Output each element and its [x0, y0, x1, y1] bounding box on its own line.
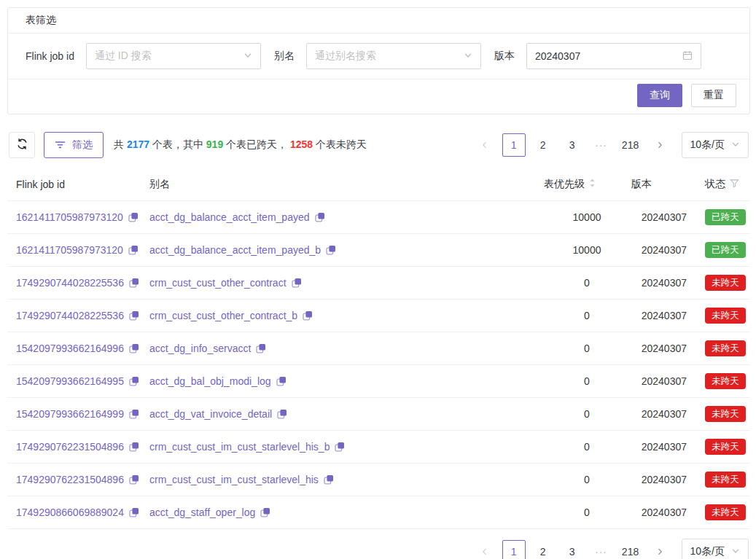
alias-link[interactable]: crm_cust_cust_other_contract — [149, 277, 302, 289]
priority-value: 0 — [543, 364, 631, 397]
alias-link[interactable]: acct_dg_staff_oper_log — [149, 507, 270, 518]
flink-job-id-value: 1542097993662164996 — [16, 343, 124, 354]
filter-card: 表筛选 Flink job id 通过 ID 搜索 别名 通过别名搜索 — [7, 7, 750, 114]
reset-button[interactable]: 重置 — [691, 84, 736, 107]
flink-job-id-link[interactable]: 1621411705987973120 — [16, 211, 139, 223]
alias-value: acct_dg_staff_oper_log — [149, 507, 255, 518]
alias-link[interactable]: crm_cust_cust_other_contract_b — [149, 310, 313, 321]
pagination-bottom: 123···21810条/页 — [473, 539, 749, 559]
flink-job-id-link[interactable]: 1542097993662164995 — [16, 375, 139, 387]
pagination-page-218[interactable]: 218 — [619, 540, 642, 559]
filter-button-label: 筛选 — [72, 138, 93, 152]
copy-icon[interactable] — [303, 310, 313, 321]
chevron-down-icon — [731, 546, 740, 558]
copy-icon[interactable] — [129, 376, 139, 386]
column-header-alias: 别名 — [149, 168, 543, 200]
pagination-page-2[interactable]: 2 — [531, 540, 555, 559]
version-value: 20240307 — [631, 299, 687, 332]
table-row: 1542097993662164999acct_dg_vat_invoice_d… — [7, 397, 750, 430]
status-badge: 未跨天 — [705, 439, 746, 455]
copy-icon[interactable] — [324, 474, 334, 485]
copy-icon[interactable] — [129, 409, 139, 419]
version-date-picker[interactable]: 20240307 — [526, 43, 701, 69]
flink-job-id-link[interactable]: 1749290866069889024 — [16, 507, 139, 518]
query-button[interactable]: 查询 — [637, 84, 682, 107]
alias-link[interactable]: acct_dg_balance_acct_item_payed — [149, 211, 325, 223]
copy-icon[interactable] — [128, 212, 139, 222]
pagination-page-3[interactable]: 3 — [561, 540, 584, 559]
copy-icon[interactable] — [335, 442, 345, 452]
copy-icon[interactable] — [315, 212, 325, 222]
copy-icon[interactable] — [129, 474, 139, 485]
flink-job-id-value: 1542097993662164995 — [16, 375, 124, 387]
status-badge: 已跨天 — [705, 209, 746, 225]
pagination-prev[interactable] — [473, 133, 496, 157]
alias-link[interactable]: acct_dg_balance_acct_item_payed_b — [149, 244, 336, 256]
copy-icon[interactable] — [129, 310, 139, 321]
alias-link[interactable]: acct_dg_info_servacct — [149, 343, 266, 354]
sort-icon[interactable] — [589, 178, 596, 190]
summary-text: 共 2177 个表，其中 919 个表已跨天， 1258 个表未跨天 — [114, 138, 367, 152]
flink-job-id-value: 1749290762231504896 — [16, 441, 124, 453]
flink-job-id-link[interactable]: 1749290744028225536 — [16, 310, 139, 321]
copy-icon[interactable] — [129, 278, 139, 288]
alias-value: acct_dg_balance_acct_item_payed — [149, 211, 310, 223]
status-badge: 已跨天 — [705, 242, 746, 258]
pagination-page-2[interactable]: 2 — [531, 133, 555, 157]
flink-job-id-value: 1749290744028225536 — [16, 277, 124, 289]
flink-job-id-value: 1621411705987973120 — [16, 211, 123, 223]
copy-icon[interactable] — [129, 507, 139, 517]
column-filter-icon[interactable] — [730, 179, 739, 190]
alias-value: crm_cust_cust_other_contract — [149, 277, 287, 289]
copy-icon[interactable] — [276, 376, 287, 386]
copy-icon[interactable] — [277, 409, 287, 419]
alias-link[interactable]: acct_dg_bal_obj_modi_log — [149, 375, 287, 387]
flink-job-id-link[interactable]: 1621411705987973120 — [16, 244, 139, 256]
copy-icon[interactable] — [129, 442, 139, 452]
flink-job-id-link[interactable]: 1542097993662164999 — [16, 408, 139, 420]
field-version: 版本 20240307 — [494, 43, 701, 69]
copy-icon[interactable] — [128, 245, 139, 255]
pagination-ellipsis[interactable]: ··· — [590, 133, 613, 157]
flink-job-id-link[interactable]: 1749290744028225536 — [16, 277, 139, 289]
filter-actions: 查询 重置 — [8, 79, 749, 114]
refresh-button[interactable] — [9, 132, 35, 158]
tables-table: Flink job id 别名 表优先级 版本 — [7, 168, 750, 529]
alias-link[interactable]: crm_cust_cust_im_cust_starlevel_his — [149, 474, 334, 485]
copy-icon[interactable] — [129, 343, 139, 353]
pagination-page-1[interactable]: 1 — [502, 133, 526, 157]
copy-icon[interactable] — [292, 278, 302, 288]
copy-icon[interactable] — [260, 507, 270, 517]
column-header-priority[interactable]: 表优先级 — [543, 168, 631, 200]
flink-job-id-link[interactable]: 1749290762231504896 — [16, 441, 139, 453]
pagination-ellipsis[interactable]: ··· — [590, 540, 613, 559]
filter-button[interactable]: 筛选 — [44, 132, 104, 158]
filter-row: Flink job id 通过 ID 搜索 别名 通过别名搜索 — [8, 34, 749, 79]
chevron-down-icon — [243, 50, 252, 62]
pagination-next[interactable] — [648, 133, 671, 157]
alias-link[interactable]: acct_dg_vat_invoice_detail — [149, 408, 287, 420]
pagination-next[interactable] — [648, 540, 671, 559]
page-size-select[interactable]: 10条/页 — [682, 132, 749, 158]
copy-icon[interactable] — [256, 343, 266, 353]
flink-job-id-link[interactable]: 1749290762231504896 — [16, 474, 139, 485]
version-value: 20240307 — [631, 200, 687, 233]
pagination-prev[interactable] — [473, 540, 496, 559]
copy-icon[interactable] — [326, 245, 336, 255]
pagination-page-3[interactable]: 3 — [561, 133, 584, 157]
flink-job-id-value: 1749290744028225536 — [16, 310, 124, 321]
page-size-select[interactable]: 10条/页 — [682, 539, 749, 559]
alias-link[interactable]: crm_cust_cust_im_cust_starlevel_his_b — [149, 441, 345, 453]
field-alias: 别名 通过别名搜索 — [274, 43, 481, 69]
version-value: 20240307 — [631, 364, 687, 397]
alias-value: acct_dg_bal_obj_modi_log — [149, 375, 271, 387]
flink-job-id-value: 1621411705987973120 — [16, 244, 123, 256]
flink-job-id-select[interactable]: 通过 ID 搜索 — [86, 43, 261, 69]
table-row: 1749290762231504896crm_cust_cust_im_cust… — [7, 463, 750, 496]
version-value: 20240307 — [631, 266, 687, 299]
flink-job-id-link[interactable]: 1542097993662164996 — [16, 343, 139, 354]
pagination-page-218[interactable]: 218 — [619, 133, 642, 157]
alias-select[interactable]: 通过别名搜索 — [306, 43, 481, 69]
priority-value: 0 — [543, 496, 631, 528]
pagination-page-1[interactable]: 1 — [502, 540, 526, 559]
